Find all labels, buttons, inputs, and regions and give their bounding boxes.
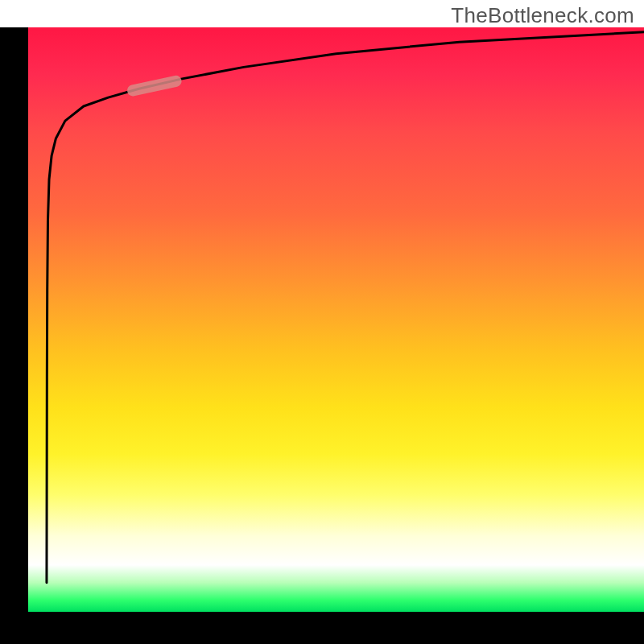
chart-container: TheBottleneck.com: [0, 0, 644, 644]
plot-frame: [0, 27, 644, 644]
watermark: TheBottleneck.com: [451, 3, 634, 28]
curve-line: [47, 32, 644, 583]
highlight-segment: [133, 81, 176, 91]
curve-svg: [28, 27, 644, 612]
plot-area: [28, 27, 644, 612]
